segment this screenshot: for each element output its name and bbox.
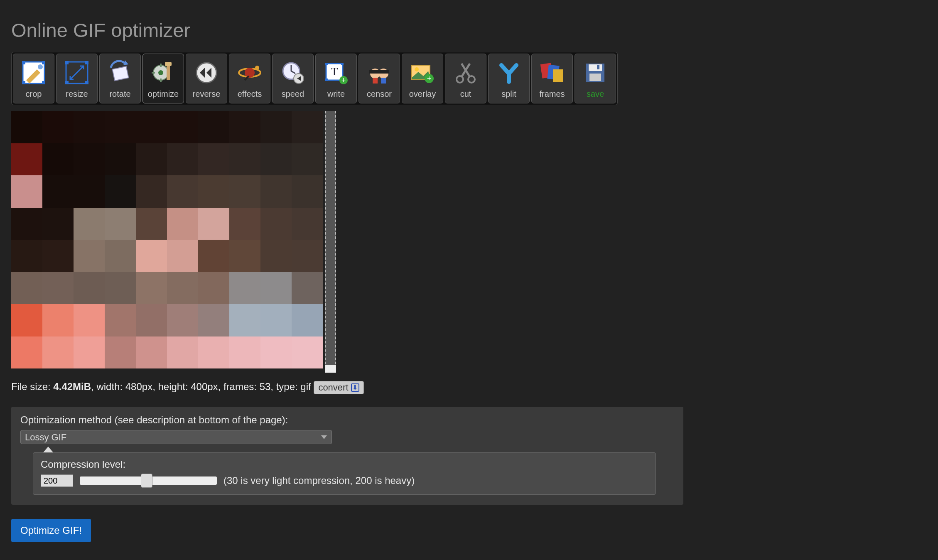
optimize-icon (149, 59, 177, 87)
speed-icon (279, 59, 307, 87)
file-meta-rest: , width: 480px, height: 400px, frames: 5… (91, 381, 314, 392)
svg-text:+: + (341, 76, 346, 84)
tool-effects[interactable]: effects (229, 54, 270, 103)
frames-icon (538, 59, 566, 87)
svg-rect-3 (22, 81, 25, 84)
tool-label: speed (282, 89, 304, 99)
tool-label: effects (238, 89, 262, 99)
compression-subpanel: Compression level: (30 is very light com… (33, 452, 656, 495)
tool-label: overlay (409, 89, 436, 99)
svg-rect-7 (65, 61, 69, 64)
write-icon: T + (322, 59, 350, 87)
tool-rotate[interactable]: rotate (99, 54, 141, 103)
file-size-value: 4.42MiB (53, 381, 91, 392)
preview-right-edge (325, 111, 336, 373)
svg-rect-49 (589, 64, 602, 71)
tool-label: resize (66, 89, 88, 99)
gif-preview-image (11, 111, 323, 368)
convert-button-label: convert (318, 382, 348, 393)
split-icon (495, 59, 523, 87)
resize-icon (63, 59, 91, 87)
file-size-prefix: File size: (11, 381, 53, 392)
svg-text:T: T (331, 65, 338, 78)
svg-rect-1 (22, 61, 25, 64)
tool-cut[interactable]: cut (445, 54, 486, 103)
svg-rect-29 (325, 79, 328, 81)
overlay-icon: + (408, 59, 437, 87)
compression-number-input[interactable] (41, 474, 73, 487)
svg-rect-14 (160, 79, 162, 82)
svg-point-17 (158, 70, 163, 75)
tool-overlay[interactable]: +overlay (402, 54, 443, 103)
svg-rect-28 (341, 63, 344, 65)
svg-rect-10 (85, 81, 88, 84)
crop-icon (20, 59, 48, 87)
method-label: Optimization method (see description at … (20, 414, 674, 426)
page-title: Online GIF optimizer (11, 19, 695, 42)
tool-optimize[interactable]: optimize (142, 54, 184, 103)
rotate-icon (106, 59, 134, 87)
optimization-panel: Optimization method (see description at … (11, 407, 683, 505)
svg-point-5 (38, 64, 43, 69)
svg-rect-37 (373, 78, 378, 84)
tool-save[interactable]: save (575, 54, 616, 103)
svg-point-22 (245, 68, 255, 78)
download-icon: ⬇ (351, 383, 359, 392)
subpanel-pointer-icon (43, 447, 53, 452)
tool-label: rotate (109, 89, 130, 99)
method-select[interactable]: Lossy GIF (20, 430, 332, 444)
tool-censor[interactable]: censor (359, 54, 400, 103)
tool-label: save (587, 89, 604, 99)
tool-speed[interactable]: speed (272, 54, 314, 103)
svg-rect-19 (165, 62, 172, 66)
svg-rect-11 (112, 66, 128, 81)
svg-rect-36 (369, 70, 389, 74)
file-info-line: File size: 4.42MiB, width: 480px, height… (11, 381, 695, 394)
svg-rect-9 (65, 81, 69, 84)
optimize-button[interactable]: Optimize GIF! (11, 519, 91, 542)
svg-rect-13 (160, 64, 162, 67)
svg-point-23 (255, 66, 259, 70)
censor-icon (365, 59, 393, 87)
svg-rect-38 (381, 78, 386, 84)
tool-crop[interactable]: crop (13, 54, 54, 103)
cut-icon (452, 59, 480, 87)
svg-rect-51 (597, 65, 599, 69)
svg-rect-50 (589, 74, 601, 81)
svg-rect-4 (42, 81, 45, 84)
save-icon (581, 59, 609, 87)
tool-reverse[interactable]: reverse (186, 54, 227, 103)
svg-rect-15 (152, 72, 155, 74)
compression-label: Compression level: (41, 459, 648, 470)
effects-icon (236, 59, 264, 87)
compression-hint: (30 is very light compression, 200 is he… (223, 475, 415, 486)
reverse-icon (192, 59, 221, 87)
compression-slider[interactable] (80, 476, 217, 485)
convert-button[interactable]: convert ⬇ (314, 381, 363, 394)
svg-rect-27 (325, 63, 328, 65)
tool-write[interactable]: T +write (315, 54, 357, 103)
tool-label: cut (460, 89, 471, 99)
tool-frames[interactable]: frames (531, 54, 573, 103)
svg-point-40 (415, 67, 419, 71)
toolbar: crop resize rotate optimize reverse effe… (11, 52, 618, 105)
svg-rect-2 (42, 61, 45, 64)
tool-resize[interactable]: resize (56, 54, 98, 103)
tool-label: crop (26, 89, 42, 99)
svg-rect-8 (85, 61, 88, 64)
tool-label: write (327, 89, 345, 99)
svg-rect-47 (553, 69, 563, 82)
tool-label: split (501, 89, 516, 99)
preview-area (11, 111, 695, 373)
tool-split[interactable]: split (488, 54, 530, 103)
tool-label: frames (539, 89, 565, 99)
tool-label: optimize (148, 89, 179, 99)
tool-label: reverse (193, 89, 221, 99)
tool-label: censor (367, 89, 392, 99)
svg-text:+: + (427, 74, 432, 83)
